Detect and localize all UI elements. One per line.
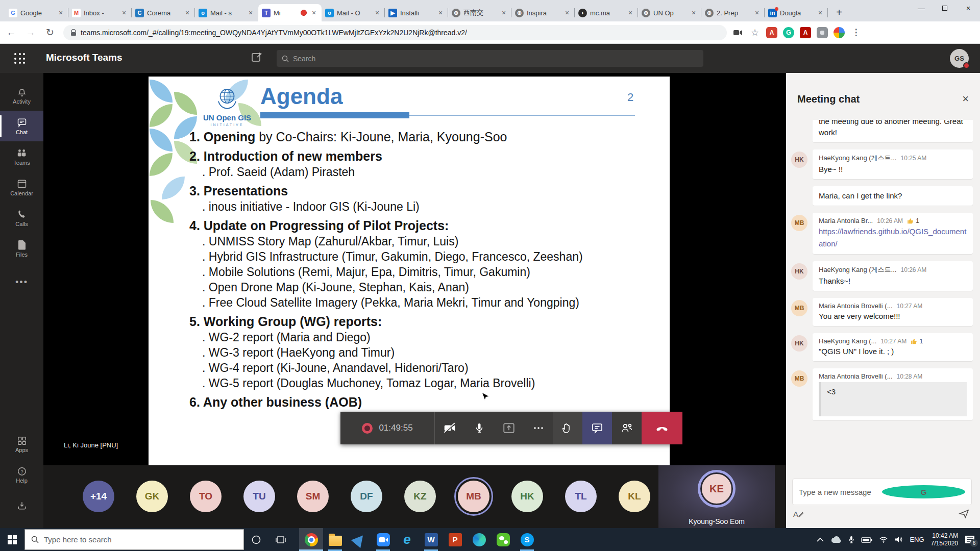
microphone-tray-icon[interactable] xyxy=(848,536,854,544)
message-avatar[interactable]: MB xyxy=(791,300,807,316)
message-reaction[interactable]: 1 xyxy=(907,217,919,224)
browser-tab[interactable]: T Mi × xyxy=(258,4,322,21)
cortana-button[interactable] xyxy=(244,528,268,551)
browser-profile-avatar[interactable] xyxy=(834,27,845,38)
tab-close-icon[interactable]: × xyxy=(563,9,571,17)
tab-close-icon[interactable]: × xyxy=(373,9,381,17)
taskbar-clock[interactable]: 10:42 AM 7/15/2020 xyxy=(931,532,958,547)
hang-up-button[interactable] xyxy=(642,412,682,444)
forward-button[interactable]: → xyxy=(22,24,39,41)
browser-tab[interactable]: ⊕ Inspira × xyxy=(511,4,575,21)
tab-close-icon[interactable]: × xyxy=(626,9,634,17)
send-message-button[interactable] xyxy=(959,509,970,519)
message-avatar[interactable]: MB xyxy=(791,215,807,231)
taskbar-app-button[interactable]: e xyxy=(395,528,419,551)
adobe-extension-icon[interactable]: A xyxy=(800,27,811,38)
chat-close-icon[interactable]: × xyxy=(962,92,969,106)
participant-avatar[interactable]: MB xyxy=(458,481,489,512)
search-input[interactable]: Search xyxy=(277,50,703,67)
format-button[interactable]: A xyxy=(793,510,804,518)
browser-tab[interactable]: ▶ Installi × xyxy=(385,4,448,21)
address-bar[interactable]: teams.microsoft.com/_#/calling/19:meetin… xyxy=(63,25,727,40)
message-avatar[interactable]: HK xyxy=(791,263,807,280)
tab-close-icon[interactable]: × xyxy=(247,9,255,17)
taskbar-search-input[interactable]: Type here to search xyxy=(24,529,244,550)
browser-tab[interactable]: C Corema × xyxy=(132,4,195,21)
back-button[interactable]: ← xyxy=(3,24,19,41)
share-screen-button[interactable] xyxy=(494,412,524,444)
window-restore-button[interactable] xyxy=(933,0,957,16)
taskbar-app-button[interactable] xyxy=(323,528,347,551)
camera-toggle-button[interactable] xyxy=(435,412,464,444)
task-view-button[interactable] xyxy=(268,528,293,551)
taskbar-app-button[interactable] xyxy=(371,528,395,551)
participant-avatar[interactable]: TU xyxy=(243,481,275,512)
window-close-button[interactable]: × xyxy=(957,0,980,16)
language-indicator[interactable]: ENG xyxy=(910,536,924,543)
onedrive-icon[interactable] xyxy=(830,536,842,543)
action-center-button[interactable]: 6 xyxy=(965,535,975,544)
tab-close-icon[interactable]: × xyxy=(690,9,698,17)
browser-tab[interactable]: G Google × xyxy=(5,4,68,21)
grammarly-icon[interactable]: G xyxy=(882,485,965,498)
chat-message-input[interactable]: Type a new message G xyxy=(792,479,972,505)
participant-avatar[interactable]: KL xyxy=(619,481,650,512)
participant-avatar[interactable]: GK xyxy=(136,481,168,512)
participant-avatar[interactable]: HK xyxy=(511,481,543,512)
taskbar-app-button[interactable] xyxy=(299,528,323,551)
more-actions-button[interactable] xyxy=(524,412,553,444)
start-button[interactable] xyxy=(0,528,24,551)
browser-tab[interactable]: ⊕ UN Op × xyxy=(638,4,701,21)
sidebar-item-help[interactable]: ? Help xyxy=(0,460,43,490)
spotlight-video-tile[interactable]: KE Kyoung-Soo Eom xyxy=(658,465,775,528)
grammarly-extension-icon[interactable]: G xyxy=(783,27,794,38)
message-avatar[interactable]: MB xyxy=(791,370,807,387)
message-avatar[interactable]: HK xyxy=(791,335,807,352)
taskbar-app-button[interactable] xyxy=(347,528,371,551)
sidebar-more-icon[interactable]: ••• xyxy=(0,277,43,288)
sidebar-item-activity[interactable]: Activity xyxy=(0,80,43,111)
new-tab-button[interactable]: + xyxy=(832,7,846,18)
sidebar-item-calendar[interactable]: Calendar xyxy=(0,172,43,203)
browser-tab[interactable]: ⊕ 2. Prep × xyxy=(701,4,765,21)
taskbar-app-button[interactable] xyxy=(491,528,515,551)
wifi-icon[interactable] xyxy=(879,536,888,543)
participant-avatar[interactable]: +14 xyxy=(83,481,114,512)
browser-tab[interactable]: ◗ mc.ma × xyxy=(575,4,638,21)
waffle-menu-icon[interactable] xyxy=(14,53,26,64)
sidebar-item-chat[interactable]: Chat xyxy=(0,111,43,141)
participant-avatar[interactable]: KZ xyxy=(404,481,436,512)
chat-toggle-button[interactable] xyxy=(582,412,612,444)
sidebar-item-calls[interactable]: Calls xyxy=(0,203,43,233)
extensions-puzzle-icon[interactable] xyxy=(817,27,828,38)
tab-close-icon[interactable]: × xyxy=(310,9,318,17)
tab-close-icon[interactable]: × xyxy=(436,9,445,17)
tab-close-icon[interactable]: × xyxy=(816,9,824,17)
raise-hand-button[interactable] xyxy=(553,412,582,444)
browser-menu-icon[interactable]: ⋮ xyxy=(850,27,862,38)
tab-close-icon[interactable]: × xyxy=(183,9,191,17)
browser-tab[interactable]: o Mail - s × xyxy=(195,4,258,21)
tray-expand-icon[interactable] xyxy=(817,537,824,542)
mic-toggle-button[interactable] xyxy=(464,412,494,444)
participants-button[interactable] xyxy=(612,412,642,444)
taskbar-app-button[interactable] xyxy=(467,528,491,551)
taskbar-app-button[interactable]: W xyxy=(419,528,443,551)
reload-button[interactable]: ↻ xyxy=(42,24,58,41)
battery-icon[interactable] xyxy=(861,537,872,543)
browser-tab[interactable]: o Mail - O × xyxy=(322,4,385,21)
tab-close-icon[interactable]: × xyxy=(120,9,128,17)
message-avatar[interactable]: HK xyxy=(791,152,807,168)
tab-close-icon[interactable]: × xyxy=(57,9,65,17)
profile-avatar[interactable]: GS xyxy=(950,49,969,68)
adblock-extension-icon[interactable]: A xyxy=(766,27,777,38)
bookmark-star-icon[interactable]: ☆ xyxy=(749,27,761,38)
window-minimize-button[interactable]: — xyxy=(910,0,933,16)
compose-icon[interactable] xyxy=(251,52,262,63)
browser-tab[interactable]: M Inbox - × xyxy=(68,4,132,21)
tab-close-icon[interactable]: × xyxy=(500,9,508,17)
sidebar-download-desktop-icon[interactable] xyxy=(0,490,43,521)
sidebar-item-teams[interactable]: Teams xyxy=(0,141,43,172)
speaker-icon[interactable] xyxy=(895,536,903,543)
sidebar-item-files[interactable]: Files xyxy=(0,233,43,264)
